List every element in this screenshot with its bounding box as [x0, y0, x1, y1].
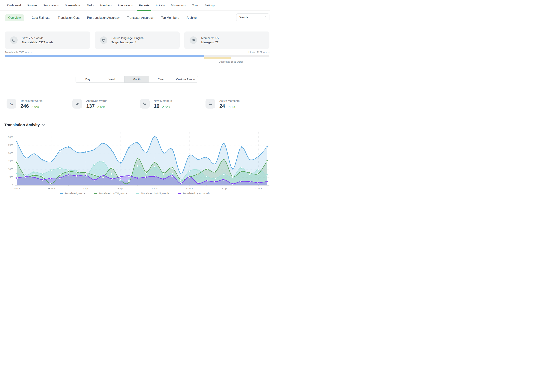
chevron-down-icon[interactable] [42, 124, 45, 126]
data-point[interactable] [111, 173, 112, 175]
data-point[interactable] [42, 176, 44, 178]
data-point[interactable] [59, 174, 61, 176]
nav-item-sources[interactable]: Sources [26, 0, 38, 11]
data-point[interactable] [215, 163, 216, 164]
data-point[interactable] [94, 164, 95, 166]
data-point[interactable] [206, 180, 208, 182]
data-point[interactable] [240, 171, 242, 172]
data-point[interactable] [128, 147, 130, 149]
data-point[interactable] [33, 177, 35, 178]
data-point[interactable] [111, 149, 113, 151]
data-point[interactable] [154, 135, 156, 137]
data-point[interactable] [171, 149, 173, 150]
data-point[interactable] [42, 173, 44, 174]
data-point[interactable] [76, 152, 78, 153]
data-point[interactable] [180, 183, 182, 184]
data-point[interactable] [94, 149, 95, 150]
nav-item-tasks[interactable]: Tasks [86, 0, 95, 11]
data-point[interactable] [171, 173, 173, 175]
data-point[interactable] [258, 156, 259, 157]
range-tab-year[interactable]: Year [149, 76, 173, 83]
data-point[interactable] [223, 159, 225, 160]
data-point[interactable] [240, 181, 242, 182]
data-point[interactable] [128, 181, 130, 183]
data-point[interactable] [16, 177, 18, 179]
data-point[interactable] [163, 178, 165, 180]
data-point[interactable] [137, 177, 139, 179]
data-point[interactable] [128, 175, 130, 177]
data-point[interactable] [50, 177, 52, 179]
data-point[interactable] [59, 168, 61, 169]
nav-item-settings[interactable]: Settings [204, 0, 215, 11]
subnav-item-translation-cost[interactable]: Translation Cost [58, 16, 80, 20]
data-point[interactable] [197, 169, 199, 171]
data-point[interactable] [145, 176, 147, 178]
data-point[interactable] [120, 176, 121, 178]
data-point[interactable] [33, 171, 35, 173]
data-point[interactable] [223, 174, 225, 175]
data-point[interactable] [128, 179, 130, 181]
data-point[interactable] [232, 168, 233, 170]
data-point[interactable] [215, 181, 216, 183]
data-point[interactable] [197, 183, 199, 184]
data-point[interactable] [16, 161, 18, 163]
data-point[interactable] [137, 158, 139, 159]
data-point[interactable] [223, 179, 225, 181]
data-point[interactable] [171, 175, 173, 177]
legend-item-translated-by-ai-words[interactable]: Translated by AI, words [178, 192, 210, 195]
subnav-item-translator-accuracy[interactable]: Translator Accuracy [127, 16, 154, 20]
data-point[interactable] [240, 167, 242, 169]
nav-item-tools[interactable]: Tools [191, 0, 199, 11]
data-point[interactable] [154, 166, 156, 168]
data-point[interactable] [266, 181, 268, 182]
data-point[interactable] [50, 183, 52, 184]
subnav-item-pre-translation-accuracy[interactable]: Pre-translation Accuracy [87, 16, 120, 20]
data-point[interactable] [266, 146, 268, 148]
data-point[interactable] [68, 146, 69, 148]
data-point[interactable] [111, 168, 113, 169]
data-point[interactable] [120, 162, 121, 164]
data-point[interactable] [33, 174, 35, 176]
data-point[interactable] [249, 174, 251, 175]
data-point[interactable] [258, 173, 259, 174]
data-point[interactable] [102, 175, 104, 176]
nav-item-translations[interactable]: Translations [43, 0, 59, 11]
nav-item-members[interactable]: Members [100, 0, 112, 11]
subnav-item-overview[interactable]: Overview [5, 14, 24, 21]
data-point[interactable] [145, 152, 147, 153]
data-point[interactable] [85, 174, 87, 176]
range-tab-day[interactable]: Day [75, 76, 100, 83]
data-point[interactable] [145, 173, 147, 175]
data-point[interactable] [94, 179, 95, 181]
data-point[interactable] [33, 153, 35, 155]
data-point[interactable] [206, 176, 208, 177]
range-tab-custom-range[interactable]: Custom Range [173, 76, 198, 83]
data-point[interactable] [249, 159, 251, 160]
data-point[interactable] [145, 171, 147, 173]
data-point[interactable] [197, 173, 199, 175]
data-point[interactable] [137, 142, 139, 144]
data-point[interactable] [215, 178, 216, 179]
data-point[interactable] [25, 176, 26, 178]
data-point[interactable] [16, 172, 18, 174]
data-point[interactable] [50, 161, 52, 162]
data-point[interactable] [50, 169, 52, 171]
nav-item-screenshots[interactable]: Screenshots [65, 0, 81, 11]
data-point[interactable] [189, 170, 190, 172]
subnav-item-cost-estimate[interactable]: Cost Estimate [32, 16, 50, 20]
legend-item-translated-words[interactable]: Translated, words [60, 192, 85, 195]
data-point[interactable] [249, 172, 251, 174]
unit-select[interactable]: Words [236, 14, 270, 21]
data-point[interactable] [137, 165, 138, 167]
data-point[interactable] [171, 167, 173, 169]
data-point[interactable] [102, 161, 104, 163]
data-point[interactable] [232, 176, 233, 178]
data-point[interactable] [102, 143, 104, 144]
data-point[interactable] [215, 171, 216, 173]
data-point[interactable] [163, 152, 165, 154]
subnav-item-archive[interactable]: Archive [187, 16, 196, 20]
data-point[interactable] [154, 161, 156, 163]
data-point[interactable] [85, 172, 87, 174]
legend-item-translated-by-mt-words[interactable]: Translated by MT, words [136, 192, 169, 195]
subnav-item-top-members[interactable]: Top Members [161, 16, 179, 20]
